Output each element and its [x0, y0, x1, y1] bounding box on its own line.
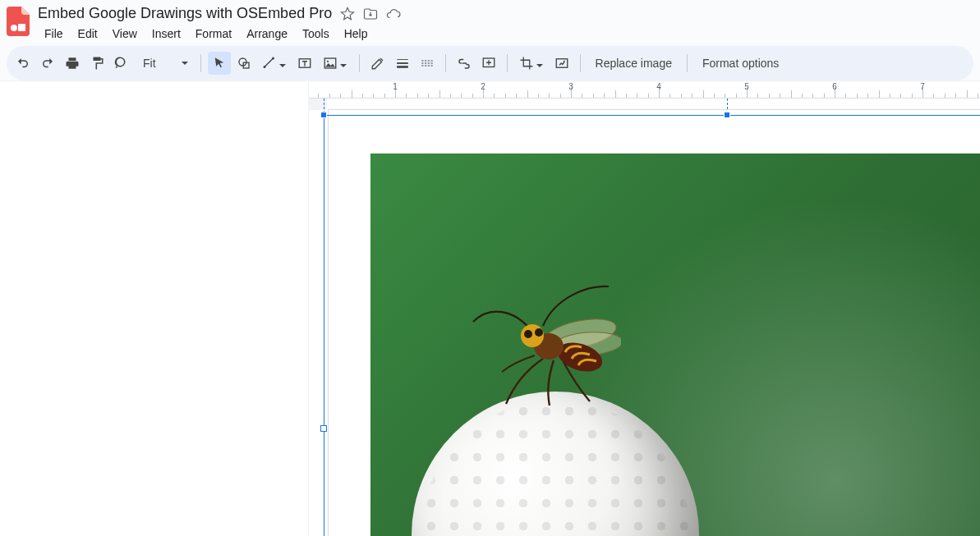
- reset-image-button[interactable]: [550, 52, 573, 75]
- menu-bar: File Edit View Insert Format Arrange Too…: [38, 24, 401, 44]
- star-icon[interactable]: [340, 7, 355, 21]
- svg-point-17: [535, 328, 543, 337]
- ruler-number: 3: [568, 82, 573, 91]
- separator: [507, 54, 508, 72]
- format-options-button[interactable]: Format options: [694, 52, 787, 75]
- ruler-number: 6: [832, 82, 837, 91]
- menu-format[interactable]: Format: [189, 24, 238, 44]
- drawing-page[interactable]: [329, 110, 980, 536]
- shape-tool-button[interactable]: [232, 52, 255, 75]
- workspace: 1234567: [0, 82, 980, 536]
- cloud-status-icon[interactable]: [386, 7, 401, 21]
- menu-file[interactable]: File: [38, 24, 70, 44]
- horizontal-ruler[interactable]: 1234567: [309, 82, 980, 98]
- ruler-number: 7: [920, 82, 925, 91]
- svg-rect-1: [18, 24, 25, 31]
- separator: [687, 54, 688, 72]
- ruler-number: 2: [481, 82, 485, 91]
- menu-edit[interactable]: Edit: [71, 24, 104, 44]
- undo-button[interactable]: [12, 52, 35, 75]
- menu-tools[interactable]: Tools: [296, 24, 336, 44]
- svg-point-2: [239, 58, 246, 66]
- separator: [359, 54, 360, 72]
- border-color-button[interactable]: [366, 52, 389, 75]
- menu-view[interactable]: View: [106, 24, 144, 44]
- caret-down-icon: [181, 57, 189, 70]
- zoom-dropdown[interactable]: Fit: [135, 52, 194, 75]
- svg-point-5: [272, 57, 274, 60]
- wasp-graphic: [465, 277, 621, 416]
- svg-point-4: [263, 66, 265, 68]
- ruler-number: 1: [393, 82, 398, 91]
- toolbar: Fit Replace image Format options: [0, 43, 980, 81]
- separator: [200, 54, 201, 72]
- canvas-area[interactable]: 1234567: [309, 82, 980, 536]
- insert-comment-button[interactable]: [477, 52, 500, 75]
- insert-image-button[interactable]: [318, 52, 352, 75]
- selection-border-left: [324, 115, 324, 536]
- border-dash-button[interactable]: [416, 52, 439, 75]
- svg-point-0: [11, 25, 17, 31]
- svg-point-8: [326, 61, 328, 62]
- redo-button[interactable]: [36, 52, 59, 75]
- selected-image[interactable]: [370, 153, 980, 536]
- ruler-number: 4: [656, 82, 661, 91]
- selection-handle-tl[interactable]: [320, 112, 327, 118]
- menu-help[interactable]: Help: [338, 24, 375, 44]
- zoom-label: Fit: [143, 57, 156, 70]
- selection-handle-ml[interactable]: [320, 425, 327, 432]
- border-weight-button[interactable]: [391, 52, 414, 75]
- crop-image-button[interactable]: [514, 52, 549, 75]
- select-tool-button[interactable]: [208, 52, 231, 75]
- ruler-number: 5: [744, 82, 749, 91]
- menu-insert[interactable]: Insert: [145, 24, 187, 44]
- replace-image-button[interactable]: Replace image: [587, 52, 680, 75]
- selection-border-top: [324, 115, 980, 116]
- line-tool-button[interactable]: [257, 52, 292, 75]
- menu-arrange[interactable]: Arrange: [240, 24, 294, 44]
- paint-format-button[interactable]: [85, 52, 108, 75]
- selection-handle-tm[interactable]: [724, 112, 730, 118]
- print-button[interactable]: [61, 52, 84, 75]
- app-drawings-icon[interactable]: [7, 7, 30, 36]
- separator: [445, 54, 446, 72]
- titlebar: Embed Google Drawings with OSEmbed Pro F…: [0, 0, 980, 43]
- svg-point-16: [524, 330, 532, 338]
- zoom-glass-button[interactable]: [110, 52, 133, 75]
- move-icon[interactable]: [363, 7, 378, 21]
- insert-link-button[interactable]: [453, 52, 476, 75]
- left-gutter: [0, 82, 309, 536]
- textbox-tool-button[interactable]: [293, 52, 316, 75]
- document-title[interactable]: Embed Google Drawings with OSEmbed Pro: [38, 5, 332, 22]
- separator: [580, 54, 581, 72]
